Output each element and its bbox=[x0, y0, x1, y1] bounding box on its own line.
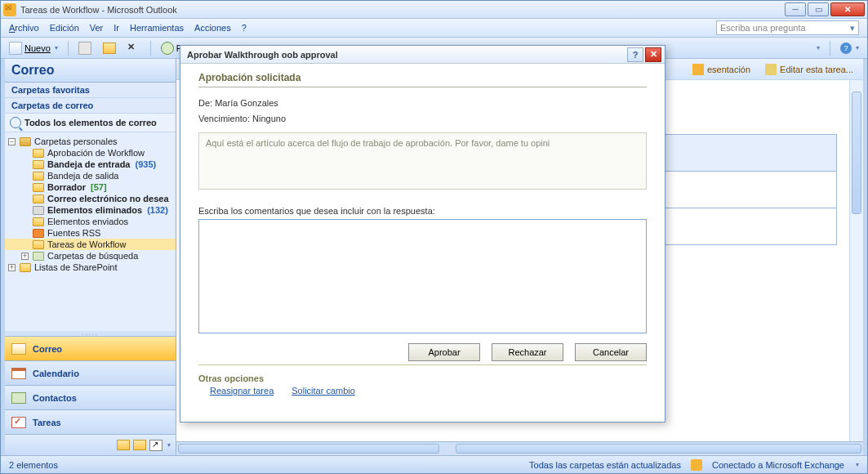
reply-icon bbox=[161, 42, 174, 55]
dialog-titlebar: Aprobar Walkthrough oob approval ? ✕ bbox=[180, 46, 665, 64]
nav-pane: Correo Carpetas favoritas Carpetas de co… bbox=[5, 59, 176, 455]
print-icon bbox=[78, 42, 91, 55]
trash-icon bbox=[33, 206, 44, 215]
cancel-button[interactable]: Cancelar bbox=[575, 343, 647, 361]
titlebar: Tareas de Workflow - Microsoft Outlook ─… bbox=[1, 1, 867, 19]
folder-icon bbox=[33, 217, 44, 226]
folder-icon bbox=[33, 195, 44, 203]
calendar-icon bbox=[11, 368, 26, 379]
help-question-input[interactable]: Escriba una pregunta ▾ bbox=[716, 20, 859, 35]
reassign-link[interactable]: Reasignar tarea bbox=[210, 386, 274, 396]
folder-sharepoint[interactable]: +Listas de SharePoint bbox=[5, 262, 176, 273]
folder-icon[interactable] bbox=[117, 440, 130, 450]
sync-status: Todas las carpetas están actualizadas bbox=[529, 460, 681, 470]
maximize-button[interactable]: ▭ bbox=[808, 2, 829, 16]
folder-icon bbox=[20, 137, 31, 146]
item-count: 2 elementos bbox=[9, 460, 58, 470]
search-folder-icon bbox=[33, 252, 44, 261]
dialog-title: Aprobar Walkthrough oob approval bbox=[184, 50, 625, 60]
rss-icon bbox=[33, 229, 44, 238]
dropdown-icon[interactable]: ▾ bbox=[856, 461, 859, 468]
folder-junk[interactable]: Correo electrónico no desea bbox=[5, 193, 176, 204]
folder-icon bbox=[33, 149, 44, 158]
from-value: María Gonzales bbox=[215, 98, 278, 108]
nav-tareas[interactable]: Tareas bbox=[5, 409, 176, 434]
reject-button[interactable]: Rechazar bbox=[492, 343, 563, 361]
menu-ver[interactable]: Ver bbox=[90, 23, 104, 33]
window-title: Tareas de Workflow - Microsoft Outlook bbox=[20, 5, 785, 15]
folder-personales[interactable]: −Carpetas personales bbox=[5, 136, 176, 147]
folder-aprobacion[interactable]: Aprobación de Workflow bbox=[5, 147, 176, 159]
nav-correo[interactable]: Correo bbox=[5, 336, 176, 360]
folder-sent[interactable]: Elementos enviados bbox=[5, 216, 176, 227]
vertical-scrollbar[interactable] bbox=[849, 80, 863, 441]
folder-inbox[interactable]: Bandeja de entrada(935) bbox=[5, 159, 176, 170]
folder-icon bbox=[33, 240, 44, 249]
approve-button[interactable]: Aprobar bbox=[408, 343, 480, 361]
nav-contactos[interactable]: Contactos bbox=[5, 385, 176, 409]
presentation-button[interactable]: esentación bbox=[692, 64, 750, 75]
menu-acciones[interactable]: Acciones bbox=[194, 23, 231, 33]
nav-favorites[interactable]: Carpetas favoritas bbox=[5, 83, 176, 98]
comment-textarea[interactable] bbox=[198, 219, 647, 333]
folder-icon[interactable] bbox=[133, 440, 146, 450]
folder-outbox[interactable]: Bandeja de salida bbox=[5, 170, 176, 181]
request-change-link[interactable]: Solicitar cambio bbox=[292, 386, 355, 396]
folder-icon bbox=[33, 172, 44, 181]
nav-footer: ↗ ▾ bbox=[5, 434, 176, 455]
outlook-icon bbox=[3, 3, 16, 16]
tb-dropdown-1[interactable]: ▾ bbox=[812, 42, 823, 53]
menu-herramientas[interactable]: Herramientas bbox=[130, 23, 184, 33]
mail-icon bbox=[11, 343, 26, 355]
folder-rss[interactable]: Fuentes RSS bbox=[5, 227, 176, 239]
folder-workflow-tasks[interactable]: Tareas de Workflow bbox=[5, 239, 176, 250]
search-icon bbox=[10, 117, 21, 128]
delete-icon: ✕ bbox=[127, 42, 140, 55]
menu-edicion[interactable]: Edición bbox=[50, 23, 79, 33]
folder-drafts[interactable]: Borrador[57] bbox=[5, 181, 176, 193]
folder-tree: −Carpetas personales Aprobación de Workf… bbox=[5, 132, 176, 331]
folder-deleted[interactable]: Elementos eliminados(132) bbox=[5, 204, 176, 216]
all-mail-items[interactable]: Todos los elementos de correo bbox=[5, 114, 176, 132]
contacts-icon bbox=[11, 392, 26, 404]
nav-mail-folders[interactable]: Carpetas de correo bbox=[5, 98, 176, 114]
new-button[interactable]: Nuevo▾ bbox=[6, 40, 61, 56]
menu-ir[interactable]: Ir bbox=[114, 23, 119, 33]
folder-icon bbox=[33, 160, 44, 169]
menu-help[interactable]: ? bbox=[242, 23, 247, 33]
help-button[interactable]: ?▾ bbox=[837, 41, 862, 56]
folder-icon bbox=[103, 42, 116, 54]
dropdown-icon: ▾ bbox=[850, 23, 855, 34]
edit-task-button[interactable]: Editar esta tarea... bbox=[765, 64, 853, 75]
print-button[interactable] bbox=[75, 40, 95, 56]
dialog-description: Aquí está el artículo acerca del flujo d… bbox=[198, 132, 647, 190]
comment-label: Escriba los comentarios que desea inclui… bbox=[198, 206, 647, 216]
help-icon: ? bbox=[840, 42, 852, 54]
presentation-icon bbox=[692, 64, 704, 75]
folder-search[interactable]: +Carpetas de búsqueda bbox=[5, 250, 176, 262]
close-button[interactable]: ✕ bbox=[830, 2, 865, 16]
statusbar: 2 elementos Todas las carpetas están act… bbox=[1, 455, 867, 473]
dialog-close-button[interactable]: ✕ bbox=[645, 47, 661, 62]
due-value: Ninguno bbox=[252, 114, 286, 123]
connection-status: Conectado a Microsoft Exchange bbox=[712, 460, 844, 470]
dialog-heading: Aprobación solicitada bbox=[198, 72, 647, 87]
delete-button[interactable]: ✕ bbox=[124, 40, 144, 56]
shortcut-icon[interactable]: ↗ bbox=[149, 440, 162, 451]
move-button[interactable] bbox=[100, 41, 119, 56]
from-label: De: bbox=[198, 98, 212, 108]
new-icon bbox=[9, 42, 22, 55]
dialog-help-button[interactable]: ? bbox=[627, 47, 643, 62]
horizontal-scrollbar[interactable] bbox=[176, 441, 863, 455]
nav-calendario[interactable]: Calendario bbox=[5, 360, 176, 385]
question-placeholder: Escriba una pregunta bbox=[720, 23, 806, 33]
minimize-button[interactable]: ─ bbox=[785, 2, 806, 16]
nav-options-icon[interactable]: ▾ bbox=[167, 441, 171, 449]
due-label: Vencimiento: bbox=[198, 114, 250, 123]
dialog-meta: De: María Gonzales Vencimiento: Ninguno bbox=[198, 96, 647, 126]
tasks-icon bbox=[11, 417, 26, 428]
approval-dialog: Aprobar Walkthrough oob approval ? ✕ Apr… bbox=[180, 45, 665, 423]
folder-icon bbox=[33, 183, 44, 192]
menu-archivo[interactable]: Archivo bbox=[9, 23, 39, 33]
connection-icon bbox=[691, 459, 702, 471]
